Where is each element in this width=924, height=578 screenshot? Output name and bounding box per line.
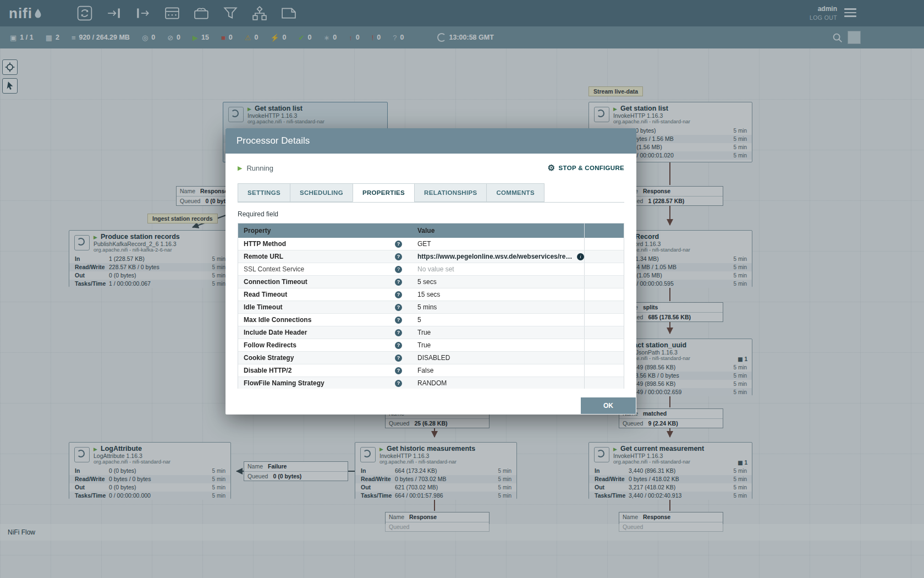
help-icon[interactable] xyxy=(395,367,402,374)
help-icon[interactable] xyxy=(395,304,402,311)
processor-bundle: org.apache.nifi - nifi-kafka-2-6-nar xyxy=(94,247,216,253)
disabled-icon: ⚡ xyxy=(270,34,279,41)
table-row: Follow RedirectsTrue xyxy=(238,339,624,352)
search-icon[interactable] xyxy=(832,32,844,46)
status-up-to-date: ✔0 xyxy=(299,34,312,41)
help-icon[interactable] xyxy=(395,342,402,349)
connection-label-failure[interactable]: NameFailure Queued0 (0 bytes) xyxy=(244,461,348,481)
user-area: admin LOG OUT xyxy=(810,4,837,23)
table-row: Disable HTTP/2False xyxy=(238,364,624,377)
help-icon[interactable] xyxy=(395,317,402,324)
stopped-icon: ■ xyxy=(221,34,226,41)
running-indicator-icon: ▶ xyxy=(613,446,617,452)
help-icon[interactable] xyxy=(395,355,402,362)
help-icon[interactable] xyxy=(395,241,402,248)
help-icon[interactable] xyxy=(395,279,402,286)
status-queued: ≡920 / 264.29 MB xyxy=(72,34,130,41)
processor-title: LogAttribute xyxy=(101,445,216,452)
table-row: Cookie StrategyDISABLED xyxy=(238,352,624,364)
processor-type-icon xyxy=(594,447,609,462)
input-port-tool-icon[interactable] xyxy=(105,5,123,21)
table-row: Max Idle Connections5 xyxy=(238,314,624,326)
help-icon[interactable] xyxy=(395,253,402,260)
processor-bundle: org.apache.nifi - nifi-standard-nar xyxy=(248,119,373,125)
stale-icon: ↑ xyxy=(349,34,353,41)
process-group-tool-icon[interactable] xyxy=(163,5,182,21)
table-row: HTTP MethodGET xyxy=(238,238,624,250)
status-modified-stale: !0 xyxy=(372,34,381,41)
label-tool-icon[interactable] xyxy=(279,5,298,21)
output-port-tool-icon[interactable] xyxy=(134,5,152,21)
flow-label[interactable]: Stream live-data xyxy=(588,86,643,96)
logout-link[interactable]: LOG OUT xyxy=(810,14,837,23)
table-row: Remote URLhttps://www.pegelonline.wsv.de… xyxy=(238,250,624,263)
running-indicator-icon: ▶ xyxy=(380,446,383,452)
processor-bundle: org.apache.nifi - nifi-standard-nar xyxy=(613,119,738,125)
status-disabled: ⚡0 xyxy=(270,34,286,41)
help-icon[interactable] xyxy=(395,266,402,273)
pan-tool-toggle[interactable] xyxy=(2,78,18,94)
help-icon[interactable] xyxy=(395,329,402,336)
dialog-title: Processor Details xyxy=(226,128,636,154)
status-not-transmitting: ⊘0 xyxy=(167,34,180,41)
processor-get-historic-measurements[interactable]: ▶ Get historic measurements InvokeHTTP 1… xyxy=(355,442,517,499)
help-icon[interactable] xyxy=(395,291,402,298)
properties-table-body[interactable]: HTTP MethodGET Remote URLhttps://www.peg… xyxy=(238,238,624,389)
tab-settings[interactable]: SETTINGS xyxy=(238,183,290,202)
table-row: SSL Context ServiceNo value set xyxy=(238,263,624,276)
processor-bundle: org.apache.nifi - nifi-standard-nar xyxy=(94,459,216,465)
birdseye-icon xyxy=(4,61,16,73)
ok-button[interactable]: OK xyxy=(581,397,636,414)
breadcrumb[interactable]: NiFi Flow xyxy=(8,528,35,536)
processor-produce-station-records[interactable]: ▶ Produce station records PublishKafkaRe… xyxy=(69,230,231,287)
remote-process-group-tool-icon[interactable] xyxy=(192,5,211,21)
processor-title: Extract station_uuid xyxy=(620,341,738,349)
status-sync-failure: ?0 xyxy=(393,34,404,41)
status-threads: ▦2 xyxy=(46,34,59,41)
tab-relationships[interactable]: RELATIONSHIPS xyxy=(414,183,487,202)
node-count-badge: ▦ 1 xyxy=(738,356,747,362)
status-running: ▶15 xyxy=(193,34,209,41)
processor-bundle: org.apache.nifi - nifi-standard-nar xyxy=(380,459,502,465)
processor-tool-icon[interactable] xyxy=(75,5,94,21)
run-state-label: Running xyxy=(246,164,273,172)
tab-properties[interactable]: PROPERTIES xyxy=(353,183,415,202)
required-field-hint: Required field xyxy=(238,210,624,218)
locally-modified-icon: ∗ xyxy=(323,34,329,41)
funnel-tool-icon[interactable] xyxy=(221,5,240,21)
refresh-button[interactable]: 13:00:58 GMT xyxy=(437,33,494,42)
nifi-drop-icon xyxy=(34,8,42,19)
hand-cursor-icon xyxy=(4,80,15,91)
birdseye-toggle[interactable] xyxy=(2,59,18,75)
processor-title: SplitRecord xyxy=(620,233,738,241)
stop-and-configure-button[interactable]: ⚙ STOP & CONFIGURE xyxy=(548,163,624,173)
processor-type-icon xyxy=(228,107,244,122)
processor-title: Get station list xyxy=(255,105,373,112)
processor-type-icon xyxy=(74,235,90,250)
corner-button[interactable] xyxy=(848,31,861,44)
refresh-icon xyxy=(437,33,446,42)
help-icon[interactable] xyxy=(395,380,402,387)
info-icon[interactable] xyxy=(577,253,584,260)
nifi-app: nifi xyxy=(0,0,924,578)
not-transmitting-icon: ⊘ xyxy=(167,34,173,41)
modified-stale-icon: ! xyxy=(372,34,374,41)
template-tool-icon[interactable] xyxy=(250,5,269,21)
running-indicator-icon: ▶ xyxy=(238,165,242,172)
status-locally-modified: ∗0 xyxy=(323,34,337,41)
invalid-icon: ⚠ xyxy=(245,34,251,41)
status-stale: ↑0 xyxy=(349,34,359,41)
processor-get-current-measurement[interactable]: ▶ Get current measurement InvokeHTTP 1.1… xyxy=(588,442,752,499)
processor-type-icon xyxy=(360,447,376,462)
properties-table-header: Property Value xyxy=(238,223,624,238)
table-row: FlowFile Naming StrategyRANDOM xyxy=(238,377,624,389)
flow-label[interactable]: Ingest station records xyxy=(147,214,218,223)
processor-title: Get station list xyxy=(620,105,738,112)
tab-scheduling[interactable]: SCHEDULING xyxy=(290,183,353,202)
status-transmitting: ◎0 xyxy=(142,34,155,41)
nifi-logo[interactable]: nifi xyxy=(9,5,42,22)
global-menu-icon[interactable] xyxy=(844,8,856,19)
tab-comments[interactable]: COMMENTS xyxy=(486,183,544,202)
stop-configure-icon: ⚙ xyxy=(548,163,556,173)
processor-log-attribute[interactable]: ▶ LogAttribute LogAttribute 1.16.3 org.a… xyxy=(69,442,231,499)
